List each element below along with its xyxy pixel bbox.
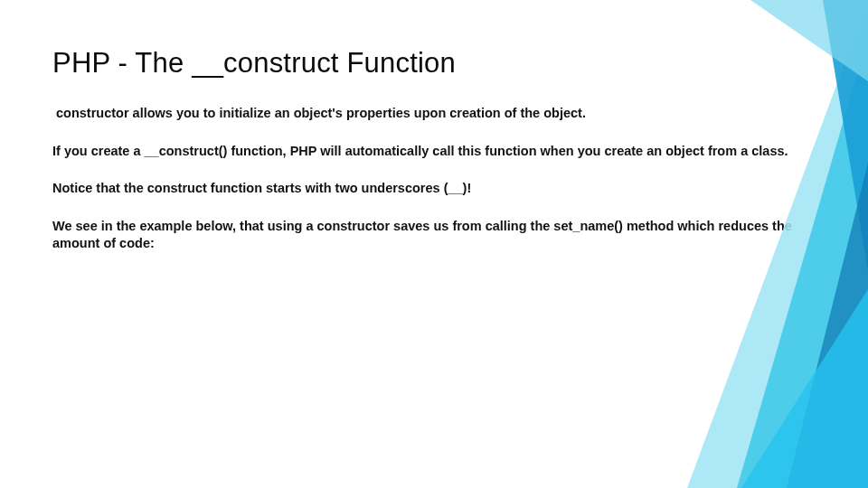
content-area: PHP - The __construct Function construct… [52,47,805,273]
svg-marker-2 [823,0,868,271]
paragraph-1: constructor allows you to initialize an … [56,105,805,123]
paragraph-2: If you create a __construct() function, … [52,143,805,161]
paragraph-4: We see in the example below, that using … [52,218,805,253]
paragraph-3: Notice that the construct function start… [52,180,805,198]
slide-title: PHP - The __construct Function [52,47,805,80]
slide: PHP - The __construct Function construct… [0,0,868,488]
svg-marker-4 [741,289,868,488]
